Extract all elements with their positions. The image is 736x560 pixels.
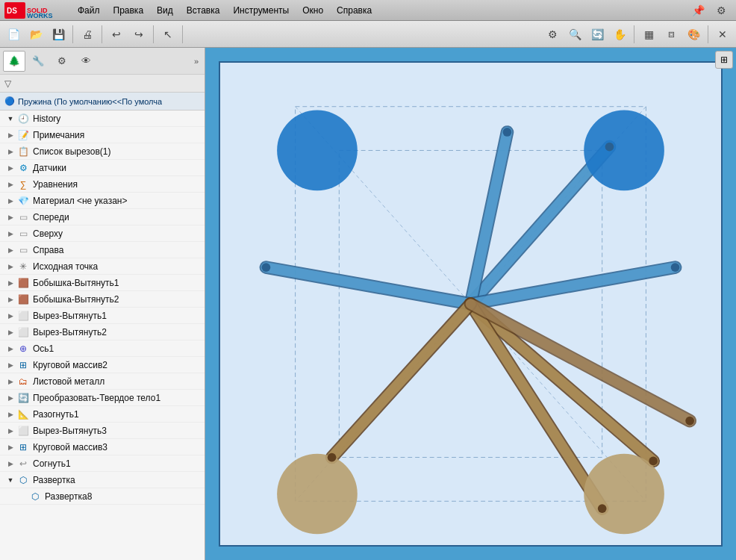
item-icon-cut3: ⬜ xyxy=(16,424,30,438)
expand-arrow-material[interactable]: ▶ xyxy=(6,196,15,205)
tree-item-top[interactable]: ▶▭Сверху xyxy=(0,225,205,242)
item-label-cutlist: Список вырезов(1) xyxy=(33,146,110,157)
menu-insert[interactable]: Вставка xyxy=(181,4,226,17)
expand-arrow-convert[interactable]: ▶ xyxy=(6,393,15,402)
tree-item-pattern2[interactable]: ▶⊞Круговой массив2 xyxy=(0,357,205,373)
options-btn[interactable]: ⚙ xyxy=(711,0,732,21)
tree-item-cut2[interactable]: ▶⬜Вырез-Вытянуть2 xyxy=(0,324,205,340)
tree-item-sensors[interactable]: ▶⚙Датчики xyxy=(0,160,205,176)
tree-item-boss1[interactable]: ▶🟫Бобышка-Вытянуть1 xyxy=(0,275,205,291)
item-label-cut3: Вырез-Вытянуть3 xyxy=(33,426,107,436)
save-btn[interactable]: 💾 xyxy=(48,24,69,45)
print-btn[interactable]: 🖨 xyxy=(77,24,98,45)
expand-arrow-cut2[interactable]: ▶ xyxy=(6,328,15,337)
part-header[interactable]: 🔵 Пружина (По умолчанию<<По умолча xyxy=(0,93,205,111)
expand-arrow-cut3[interactable]: ▶ xyxy=(6,426,15,435)
panel-tabs: 🌲 🔧 ⚙ 👁 » xyxy=(0,48,205,75)
tab-feature-tree[interactable]: 🌲 xyxy=(3,51,25,72)
tree-item-boss2[interactable]: ▶🟫Бобышка-Вытянуть2 xyxy=(0,291,205,308)
expand-arrow-cut1[interactable]: ▶ xyxy=(6,311,15,320)
tree-item-sheetmetal[interactable]: ▶🗂Листовой металл xyxy=(0,373,205,390)
tree-item-pattern3[interactable]: ▶⊞Круговой массив3 xyxy=(0,439,205,455)
tree-item-cut3[interactable]: ▶⬜Вырез-Вытянуть3 xyxy=(0,423,205,439)
item-label-cut2: Вырез-Вытянуть2 xyxy=(33,327,107,337)
tree-item-front[interactable]: ▶▭Спереди xyxy=(0,209,205,225)
expand-arrow-pattern3[interactable]: ▶ xyxy=(6,443,15,452)
expand-arrow-boss1[interactable]: ▶ xyxy=(6,279,15,287)
select-btn[interactable]: ↖ xyxy=(158,24,178,45)
new-btn[interactable]: 📄 xyxy=(3,24,24,45)
expand-arrow-right[interactable]: ▶ xyxy=(6,246,15,255)
tree-item-cut1[interactable]: ▶⬜Вырез-Вытянуть1 xyxy=(0,308,205,324)
menu-help[interactable]: Справка xyxy=(331,4,378,17)
svg-point-35 xyxy=(598,504,607,513)
tree-item-cutlist[interactable]: ▶📋Список вырезов(1) xyxy=(0,143,205,160)
item-icon-equations: ∑ xyxy=(16,178,30,191)
tree-item-bend1[interactable]: ▶↩Согнуть1 xyxy=(0,455,205,472)
item-icon-flatten8: ⬡ xyxy=(28,490,42,503)
menu-bar: Файл Правка Вид Вставка Инструменты Окно… xyxy=(72,4,378,17)
menu-edit[interactable]: Правка xyxy=(107,4,150,17)
expand-arrow-axis1[interactable]: ▶ xyxy=(6,344,15,353)
viewport[interactable]: ⊞ xyxy=(205,48,736,560)
tree-item-equations[interactable]: ▶∑Уравнения xyxy=(0,176,205,193)
tab-config[interactable]: ⚙ xyxy=(51,51,73,72)
tree-item-material[interactable]: ▶💎Материал <не указан> xyxy=(0,193,205,209)
tab-property[interactable]: 🔧 xyxy=(27,51,49,72)
pushpin-btn[interactable]: 📌 xyxy=(687,0,708,21)
view-settings-btn[interactable]: ⚙ xyxy=(542,24,563,45)
expand-arrow-flatten[interactable]: ▼ xyxy=(6,476,15,485)
sep4 xyxy=(182,25,183,43)
pan-btn[interactable]: ✋ xyxy=(609,24,630,45)
view-orient-btn[interactable]: ⊞ xyxy=(715,51,733,69)
item-icon-flatten: ⬡ xyxy=(16,473,30,487)
expand-arrow-cutlist[interactable]: ▶ xyxy=(6,147,15,156)
tree-item-history[interactable]: ▼🕘History xyxy=(0,111,205,127)
open-btn[interactable]: 📂 xyxy=(25,24,46,45)
expand-arrow-equations[interactable]: ▶ xyxy=(6,180,15,189)
tree-item-flatten[interactable]: ▼⬡Развертка xyxy=(0,472,205,488)
expand-arrow-origin[interactable]: ▶ xyxy=(6,262,15,271)
menu-tools[interactable]: Инструменты xyxy=(227,4,295,17)
feature-tree[interactable]: ▼🕘History▶📝Примечания▶📋Список вырезов(1)… xyxy=(0,111,205,560)
expand-arrow-notes[interactable]: ▶ xyxy=(6,131,15,140)
expand-arrow-unfold1[interactable]: ▶ xyxy=(6,410,15,419)
undo-btn[interactable]: ↩ xyxy=(106,24,127,45)
tree-item-notes[interactable]: ▶📝Примечания xyxy=(0,127,205,143)
filter-row: ▽ xyxy=(0,75,205,93)
tab-display[interactable]: 👁 xyxy=(75,51,97,72)
expand-arrow-front[interactable]: ▶ xyxy=(6,213,15,222)
item-label-pattern3: Круговой массив3 xyxy=(33,442,107,452)
appearance-btn[interactable]: 🎨 xyxy=(683,24,704,45)
expand-arrow-boss2[interactable]: ▶ xyxy=(6,295,15,304)
redo-btn[interactable]: ↪ xyxy=(128,24,149,45)
tree-item-convert[interactable]: ▶🔄Преобразовать-Твердое тело1 xyxy=(0,390,205,406)
menu-view[interactable]: Вид xyxy=(151,4,179,17)
main-toolbar: 📄 📂 💾 🖨 ↩ ↪ ↖ ⚙ 🔍 🔄 ✋ ▦ ⧈ 🎨 ✕ xyxy=(0,21,736,48)
item-icon-convert: 🔄 xyxy=(16,391,30,405)
close-panel-btn[interactable]: ✕ xyxy=(712,24,733,45)
zoom-btn[interactable]: 🔍 xyxy=(564,24,585,45)
tree-item-axis1[interactable]: ▶⊕Ось1 xyxy=(0,340,205,357)
tree-item-unfold1[interactable]: ▶📐Разогнуть1 xyxy=(0,406,205,423)
tab-more[interactable]: » xyxy=(191,55,202,67)
expand-arrow-pattern2[interactable]: ▶ xyxy=(6,361,15,370)
expand-arrow-history[interactable]: ▼ xyxy=(6,114,15,123)
svg-point-28 xyxy=(277,454,358,535)
tree-item-right[interactable]: ▶▭Справа xyxy=(0,242,205,258)
display-style-btn[interactable]: ▦ xyxy=(638,24,659,45)
section-view-btn[interactable]: ⧈ xyxy=(661,24,682,45)
expand-arrow-flatten8[interactable] xyxy=(18,492,27,501)
expand-arrow-bend1[interactable]: ▶ xyxy=(6,459,15,468)
rotate-btn[interactable]: 🔄 xyxy=(587,24,608,45)
svg-point-37 xyxy=(685,417,694,426)
menu-window[interactable]: Окно xyxy=(296,4,329,17)
expand-arrow-sensors[interactable]: ▶ xyxy=(6,164,15,172)
expand-arrow-top[interactable]: ▶ xyxy=(6,229,15,238)
item-icon-bend1: ↩ xyxy=(16,457,30,470)
expand-arrow-sheetmetal[interactable]: ▶ xyxy=(6,377,15,386)
tree-item-flatten8[interactable]: ⬡Развертка8 xyxy=(0,488,205,505)
menu-file[interactable]: Файл xyxy=(72,4,106,17)
tree-item-origin[interactable]: ▶✳Исходная точка xyxy=(0,258,205,275)
sep5 xyxy=(634,25,634,43)
